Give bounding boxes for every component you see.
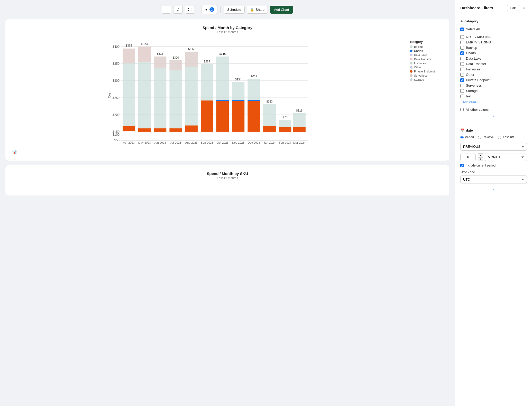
date-collapse-button[interactable]: ⌃ [460, 189, 527, 193]
include-period-row: Include current period [460, 164, 527, 167]
period-number-input[interactable] [460, 153, 476, 161]
schedule-button[interactable]: Schedule [224, 6, 244, 14]
svg-text:Sep-2023: Sep-2023 [201, 141, 213, 144]
checkbox-serverless-input[interactable] [460, 84, 464, 87]
date-filter-header: 📅 date [460, 128, 527, 132]
checkbox-private-endpoint[interactable]: Private Endpoint [460, 77, 527, 83]
chart-card-2: Spend / Month by SKU Last 12 months [5, 165, 450, 196]
serverless-color [410, 74, 412, 77]
select-all-item[interactable]: — Select All [460, 26, 527, 32]
svg-text:Jul-2023: Jul-2023 [170, 141, 181, 144]
edit-button[interactable]: Edit [507, 5, 519, 11]
svg-rect-22 [138, 128, 151, 132]
svg-rect-46 [216, 100, 229, 101]
backup-color [410, 45, 412, 48]
checkbox-backup[interactable]: Backup [460, 45, 527, 50]
select-all-checkbox[interactable]: — [460, 27, 464, 31]
radio-absolute-input[interactable] [498, 136, 501, 139]
filter-button[interactable]: ▼ 2 [201, 5, 217, 14]
chart1-title: Spend / Month by Category [12, 25, 443, 30]
include-period-checkbox[interactable] [460, 164, 464, 167]
svg-text:$100: $100 [113, 133, 120, 136]
add-chart-button[interactable]: Add Chart [270, 6, 293, 14]
checkbox-private-endpoint-input[interactable] [460, 78, 464, 82]
checkbox-serverless[interactable]: Serverless [460, 83, 527, 88]
checkbox-null-missing-input[interactable] [460, 35, 464, 39]
chart-card-1: Spend / Month by Category Last 12 months… [5, 19, 450, 161]
legend-title: category [410, 40, 443, 44]
svg-text:Oct-2023: Oct-2023 [217, 141, 228, 144]
svg-text:$315: $315 [219, 52, 226, 55]
stepper-controls: ▲ ▼ [478, 153, 483, 161]
legend-item-private-endpoint: Private Endpoint [410, 70, 443, 73]
svg-text:$300: $300 [113, 79, 120, 82]
radio-relative-input[interactable] [478, 136, 481, 139]
datatransfer-color [410, 58, 412, 60]
checkbox-charts-input[interactable] [460, 51, 464, 55]
checkbox-instances[interactable]: Instances [460, 67, 527, 72]
svg-rect-26 [154, 57, 167, 68]
radio-period[interactable]: Period [460, 135, 474, 139]
svg-text:$153: $153 [266, 100, 273, 103]
checkbox-other[interactable]: Other [460, 72, 527, 77]
share-button[interactable]: 🔒 Share [247, 6, 268, 14]
stepper-down-button[interactable]: ▼ [478, 157, 483, 161]
radio-absolute[interactable]: Absolute [498, 135, 515, 139]
checkbox-instances-input[interactable] [460, 68, 464, 71]
legend-item-backup: Backup [410, 45, 443, 48]
checkbox-charts[interactable]: Charts [460, 50, 527, 56]
checkbox-backup-input[interactable] [460, 46, 464, 50]
period-radio-label: Period [465, 135, 474, 139]
svg-text:Mar-2024: Mar-2024 [293, 141, 305, 144]
checkbox-data-lake-input[interactable] [460, 57, 464, 60]
category-collapse-button[interactable]: ⌃ [460, 115, 527, 120]
svg-text:Feb-2024: Feb-2024 [279, 141, 291, 144]
svg-rect-68 [293, 127, 306, 132]
checkbox-data-lake[interactable]: Data Lake [460, 56, 527, 61]
other-color [410, 66, 412, 69]
toolbar: ··· ↺ ⛶ ▼ 2 Schedule 🔒 Share Add Chart [5, 5, 450, 14]
svg-rect-16 [123, 49, 135, 63]
radio-period-input[interactable] [460, 136, 464, 139]
radio-relative[interactable]: Relative [478, 135, 494, 139]
checkbox-empty-string[interactable]: EMPTY STRING [460, 40, 527, 45]
svg-text:$244: $244 [251, 74, 257, 77]
fullscreen-icon: ⛶ [188, 8, 191, 12]
instances-color [410, 62, 412, 64]
svg-text:May-2023: May-2023 [138, 141, 151, 144]
timezone-select[interactable]: UTC [460, 176, 527, 183]
svg-rect-37 [185, 125, 198, 132]
checkbox-other-input[interactable] [460, 73, 464, 77]
checkbox-data-transfer[interactable]: Data Transfer [460, 61, 527, 67]
private-endpoint-color [410, 70, 412, 73]
refresh-button[interactable]: ↺ [173, 6, 183, 14]
all-other-values-label: All other values [466, 108, 489, 112]
checkbox-storage[interactable]: Storage [460, 88, 527, 94]
separator [198, 6, 198, 13]
y-axis-label: Cost [108, 91, 111, 98]
svg-rect-41 [201, 100, 213, 132]
checkbox-test[interactable]: test [460, 94, 527, 99]
legend-item-datalake: Data Lake [410, 53, 443, 57]
svg-text:$315: $315 [157, 52, 163, 55]
sidebar-actions: Edit × [507, 5, 527, 11]
legend-item-serverless: Serverless [410, 74, 443, 77]
close-button[interactable]: × [521, 5, 527, 11]
svg-text:Aug-2023: Aug-2023 [185, 141, 198, 144]
all-other-values[interactable]: All other values [460, 106, 527, 113]
svg-rect-45 [216, 100, 229, 132]
chart1-area: Cost $400 $350 $300 $250 $200 $150 [12, 38, 406, 147]
stepper-up-button[interactable]: ▲ [478, 153, 483, 157]
all-other-values-checkbox[interactable] [460, 108, 464, 111]
fullscreen-button[interactable]: ⛶ [185, 6, 195, 14]
more-button[interactable]: ··· [162, 6, 171, 14]
checkbox-null-missing[interactable]: NULL / MISSING [460, 34, 527, 40]
checkbox-data-transfer-input[interactable] [460, 62, 464, 66]
previous-select[interactable]: PREVIOUS [460, 143, 527, 151]
add-value-link[interactable]: + Add value [460, 100, 527, 104]
checkbox-empty-string-input[interactable] [460, 41, 464, 44]
separator2 [221, 6, 221, 13]
checkbox-storage-input[interactable] [460, 89, 464, 93]
checkbox-test-input[interactable] [460, 95, 464, 98]
month-select[interactable]: MONTH [485, 153, 527, 161]
